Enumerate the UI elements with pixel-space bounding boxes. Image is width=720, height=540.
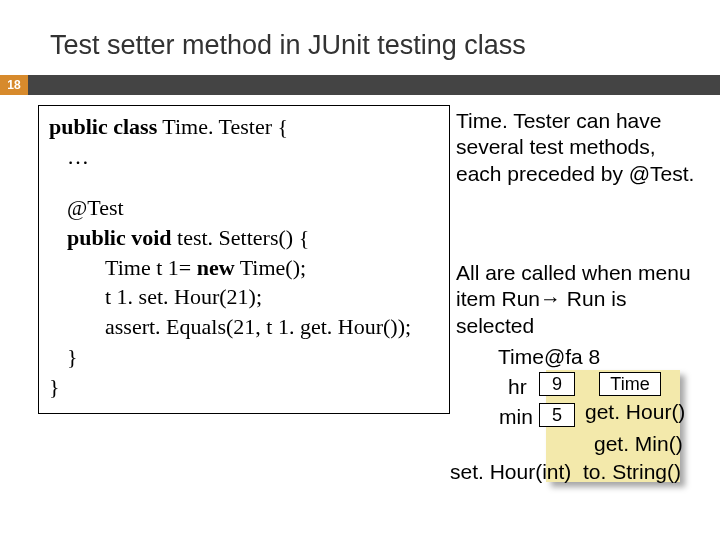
code-l1-rest: Time. Tester { <box>157 114 288 139</box>
code-l4-rest: test. Setters() { <box>172 225 310 250</box>
code-l5b: Time(); <box>235 255 307 280</box>
code-l5a: Time t 1= <box>105 255 197 280</box>
code-line-3: @Test <box>67 193 439 223</box>
field-min-value: 5 <box>539 403 575 427</box>
code-blank <box>49 171 439 193</box>
code-line-4: public void test. Setters() { <box>67 223 439 253</box>
method-sethour: set. Hour(int) <box>450 460 571 484</box>
code-line-9: } <box>49 372 439 402</box>
right-paragraph-1: Time. Tester can have several test metho… <box>456 108 706 187</box>
method-gethour: get. Hour() <box>585 400 685 424</box>
field-hr-label: hr <box>508 375 527 399</box>
slide-title: Test setter method in JUnit testing clas… <box>50 30 526 61</box>
code-line-8: } <box>67 342 439 372</box>
slide-root: Test setter method in JUnit testing clas… <box>0 0 720 540</box>
keyword-new: new <box>197 255 235 280</box>
code-line-6: t 1. set. Hour(21); <box>105 282 439 312</box>
code-line-2: … <box>67 142 439 172</box>
field-min-label: min <box>499 405 533 429</box>
code-line-7: assert. Equals(21, t 1. get. Hour()); <box>105 312 439 342</box>
right-paragraph-2: All are called when menu item Run→ Run i… <box>456 260 706 339</box>
code-line-5: Time t 1= new Time(); <box>105 253 439 283</box>
arrow-icon: → <box>540 286 561 312</box>
method-getmin: get. Min() <box>594 432 683 456</box>
keyword-public-class: public class <box>49 114 157 139</box>
object-reference-label: Time@fa 8 <box>498 345 600 369</box>
keyword-public-void: public void <box>67 225 172 250</box>
class-name-box: Time <box>599 372 661 396</box>
field-hr-value: 9 <box>539 372 575 396</box>
method-tostring: to. String() <box>583 460 681 484</box>
accent-band <box>0 75 720 95</box>
code-line-1: public class Time. Tester { <box>49 112 439 142</box>
page-number-box: 18 <box>0 75 28 95</box>
code-block: public class Time. Tester { … @Test publ… <box>38 105 450 414</box>
